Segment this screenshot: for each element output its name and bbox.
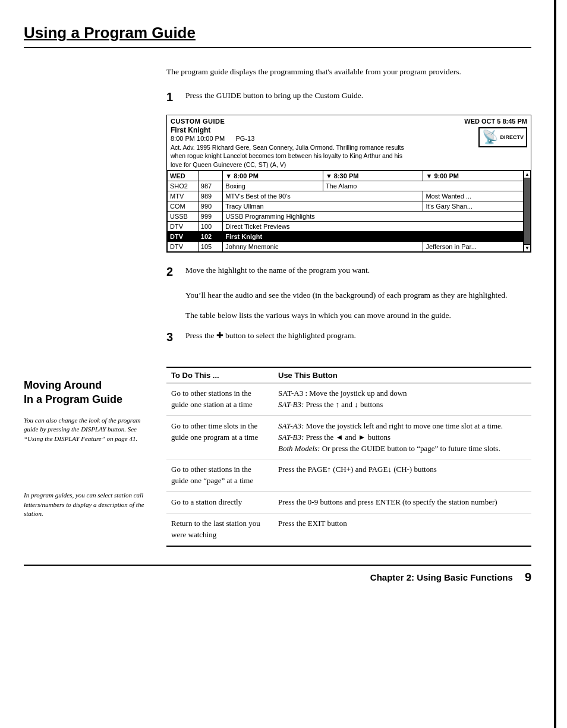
step-2-text: Move the highlight to the name of the pr… [185,264,370,276]
guide-header-left: CUSTOM GUIDE First Knight 8:00 PM 10:00 … [171,118,408,169]
sidebar-note2: In program guides, you can select statio… [24,491,155,518]
directv-dish-icon: 📡 [482,130,498,145]
guide-network-0: SHO2 [168,181,199,191]
step-1-text: Press the GUIDE button to bring up the C… [185,90,363,102]
guide-prog3-6: Jefferson in Par... [423,241,524,251]
scrollbar-down-button[interactable]: ▼ [524,244,530,251]
guide-program-desc: Act. Adv. 1995 Richard Gere, Sean Conner… [171,143,408,169]
nav-button-2: Press the PAGE↑ (CH+) and PAGE↓ (CH-) bu… [273,459,531,492]
guide-prog1-5: First Knight [223,231,524,241]
guide-row-2: COM990Tracy UllmanIt's Gary Shan... [168,201,524,211]
guide-network-5: DTV [168,231,199,241]
navigation-table: To Do This ... Use This Button Go to oth… [166,367,531,546]
custom-guide-box: CUSTOM GUIDE First Knight 8:00 PM 10:00 … [166,115,531,253]
chapter-text: Chapter 2: Using Basic Functions [370,572,513,582]
right-column: The program guide displays the programmi… [166,66,531,264]
page-number: 9 [525,571,531,584]
directv-text: DIRECTV [500,134,524,140]
right-col-step2: 2 Move the highlight to the name of the … [166,264,531,355]
guide-network-2: COM [168,201,199,211]
nav-table-header-row: To Do This ... Use This Button [166,367,531,383]
nav-col-button-header: Use This Button [273,367,531,383]
nav-action-4: Return to the last station you were watc… [166,513,273,546]
guide-prog1-6: Johnny Mnemonic [223,241,423,251]
guide-col-time3: ▼ 9:00 PM [423,171,524,181]
guide-network-4: DTV [168,221,199,231]
scrollbar-up-button[interactable]: ▲ [524,171,530,178]
nav-row-2: Go to other stations in the guide one “p… [166,459,531,492]
guide-ch-3: 999 [198,211,222,221]
step-2-extra-2: The table below lists the various ways i… [185,310,531,322]
guide-network-6: DTV [168,241,199,251]
guide-prog3-1: Most Wanted ... [423,191,524,201]
guide-header-row: WED ▼ 8:00 PM ▼ 8:30 PM ▼ 9:00 PM [168,171,524,181]
nav-action-1: Go to other time slots in the guide one … [166,415,273,459]
left-col-step2 [24,264,155,355]
nav-action-0: Go to other stations in the guide one st… [166,383,273,416]
nav-row-4: Return to the last station you were watc… [166,513,531,546]
intro-text: The program guide displays the programmi… [166,66,531,78]
moving-around-section: Moving AroundIn a Program Guide You can … [24,361,531,546]
nav-row-1: Go to other time slots in the guide one … [166,415,531,459]
step-1: 1 Press the GUIDE button to bring up the… [166,90,531,104]
guide-prog3-2: It's Gary Shan... [423,201,524,211]
guide-row-5: DTV102First Knight [168,231,524,241]
guide-table: WED ▼ 8:00 PM ▼ 8:30 PM ▼ 9:00 PM SHO298… [167,171,524,252]
moving-around-title: Moving AroundIn a Program Guide [24,379,155,406]
guide-col-time1: ▼ 8:00 PM [223,171,323,181]
guide-prog1-0: Boxing [223,181,323,191]
guide-ch-4: 100 [198,221,222,231]
step-2-extra-1: You’ll hear the audio and see the video … [185,289,531,301]
page-title: Using a Program Guide [24,24,531,48]
left-column [24,66,155,264]
guide-network-3: USSB [168,211,199,221]
nav-button-0: SAT-A3 : Move the joystick up and downSA… [273,383,531,416]
step2-section: 2 Move the highlight to the name of the … [24,264,531,355]
guide-row-1: MTV989MTV's Best of the 90'sMost Wanted … [168,191,524,201]
nav-action-2: Go to other stations in the guide one “p… [166,459,273,492]
step-2: 2 Move the highlight to the name of the … [166,264,531,279]
guide-program-time: 8:00 PM 10:00 PM PG-13 [171,135,408,142]
guide-col-time2: ▼ 8:30 PM [323,171,423,181]
step-2-number: 2 [166,264,179,279]
sidebar-note: You can also change the look of the prog… [24,416,155,443]
guide-rating: PG-13 [235,135,254,142]
guide-prog2-0: The Alamo [323,181,523,191]
guide-prog1-3: USSB Programming Highlights [223,211,524,221]
nav-row-3: Go to a station directlyPress the 0-9 bu… [166,492,531,513]
guide-row-4: DTV100Direct Ticket Previews [168,221,524,231]
guide-prog1-1: MTV's Best of the 90's [223,191,423,201]
guide-rows-wrapper: WED ▼ 8:00 PM ▼ 8:30 PM ▼ 9:00 PM SHO298… [167,171,531,252]
guide-label: CUSTOM GUIDE [171,118,408,125]
guide-col-ch [198,171,222,181]
guide-col-day: WED [168,171,199,181]
guide-time-range: 8:00 PM 10:00 PM [171,135,225,142]
nav-row-0: Go to other stations in the guide one st… [166,383,531,416]
nav-action-3: Go to a station directly [166,492,273,513]
step-3: 3 Press the ✚ button to select the highl… [166,330,531,344]
guide-header: CUSTOM GUIDE First Knight 8:00 PM 10:00 … [167,115,531,171]
guide-ch-2: 990 [198,201,222,211]
guide-scrollbar[interactable]: ▲ ▼ [524,171,531,252]
chapter-footer: Chapter 2: Using Basic Functions 9 [24,565,531,584]
guide-header-right: WED OCT 5 8:45 PM 📡 DIRECTV [464,118,527,147]
nav-button-3: Press the 0-9 buttons and press ENTER (t… [273,492,531,513]
guide-network-1: MTV [168,191,199,201]
guide-ch-1: 989 [198,191,222,201]
guide-date: WED OCT 5 8:45 PM [464,118,527,125]
nav-button-4: Press the EXIT button [273,513,531,546]
guide-row-0: SHO2987BoxingThe Alamo [168,181,524,191]
directv-logo: 📡 DIRECTV [478,127,527,147]
guide-ch-6: 105 [198,241,222,251]
guide-prog1-2: Tracy Ullman [223,201,423,211]
left-col-moving: Moving AroundIn a Program Guide You can … [24,361,155,546]
step-1-number: 1 [166,90,179,104]
guide-ch-5: 102 [198,231,222,241]
right-col-moving: To Do This ... Use This Button Go to oth… [166,361,531,546]
nav-col-action-header: To Do This ... [166,367,273,383]
nav-button-1: SAT-A3: Move the joystick left and right… [273,415,531,459]
guide-row-6: DTV105Johnny MnemonicJefferson in Par... [168,241,524,251]
guide-row-3: USSB999USSB Programming Highlights [168,211,524,221]
scrollbar-thumb[interactable] [524,178,530,244]
step-3-number: 3 [166,330,179,344]
